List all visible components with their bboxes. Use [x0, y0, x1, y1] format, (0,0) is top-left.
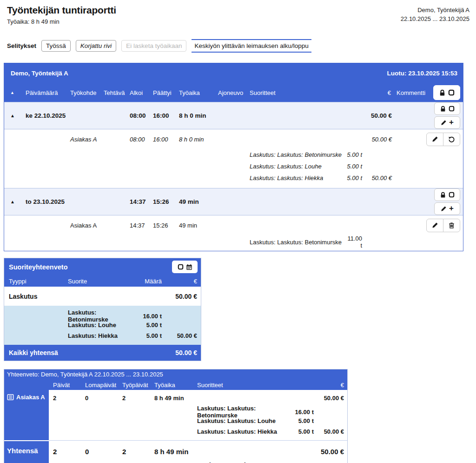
output-label: Laskutus: Laskutus: Betonimurske	[193, 461, 293, 463]
summary-section-total: Yhteensä 2 0 2 8 h 49 min 50.00 € Laskut…	[4, 440, 347, 463]
total-label: Kaikki yhteensä	[4, 349, 63, 356]
summary-euro: 50.00 €	[314, 448, 347, 456]
collapse-caret-icon[interactable]: ▲	[4, 199, 22, 204]
day-duration: 49 min	[175, 198, 214, 205]
lock-day-button[interactable]	[434, 188, 460, 201]
punch-site: Asiakas A	[66, 222, 100, 229]
output-label: Laskutus: Laskutus: Hiekka	[246, 174, 344, 181]
output-qty: 16.00 t	[126, 313, 165, 320]
punch-start: 08:00	[126, 136, 149, 143]
punch-row: Asiakas A 08:00 16:00 8 h 0 min 50.00 € …	[4, 129, 463, 188]
sort-caret-icon[interactable]: ▲	[4, 90, 22, 95]
summary-view-toggle-button[interactable]	[172, 261, 198, 273]
legend-corrected-row: Korjattu rivi	[76, 40, 117, 52]
summary-worktime: 8 h 49 min	[150, 448, 193, 456]
output-line: Laskutus: Laskutus: Louhe 5.00 t	[4, 161, 463, 172]
summary-section: Asiakas A 2 0 2 8 h 49 min 50.00 € Lasku…	[4, 390, 347, 440]
output-line: Laskutus: Laskutus: Betonimurske 16.00 t	[49, 405, 347, 416]
period-summary-table: Yhteenveto: Demo, Työntekijä A 22.10.202…	[4, 369, 348, 463]
output-summary-columns: Tyyppi Suorite Määrä €	[4, 275, 201, 287]
pencil-icon	[441, 206, 447, 212]
legend-at-work: Työssä	[41, 40, 71, 52]
day-start: 08:00	[126, 112, 149, 119]
output-type: Laskutus	[4, 293, 63, 300]
col-end: Päättyi	[149, 89, 175, 96]
summary-workdays: 2	[118, 448, 150, 456]
output-line: Laskutus: Betonimurske 16.00 t	[4, 309, 201, 320]
output-label: Laskutus: Laskutus: Hiekka	[193, 428, 293, 435]
col-outputs: Suoritteet	[246, 89, 344, 96]
legend-midnight-stamp: Keskiyön ylittävän leimauksen alku/loppu	[192, 39, 311, 53]
output-qty: 5.00 t	[126, 332, 165, 339]
output-euro: 50.00 €	[363, 174, 393, 181]
hour-report-table: Demo, Työntekijä A Luotu: 23.10.2025 15:…	[4, 63, 463, 251]
lock-columns-button[interactable]	[433, 85, 460, 100]
report-column-header: ▲ Päivämäärä Työkohde Tehtävä Alkoi Päät…	[4, 83, 463, 102]
summary-days: 2	[49, 448, 81, 456]
day-start: 14:37	[126, 198, 149, 205]
summary-total-label: Yhteensä	[4, 440, 49, 463]
summary-euro: 50.00 €	[314, 395, 347, 402]
col-comment: Kommentti	[393, 89, 426, 96]
plus-icon: +	[449, 204, 454, 212]
punch-euro: 50.00 €	[363, 136, 393, 143]
output-detail-block: Laskutus: Betonimurske 16.00 t Laskutus:…	[4, 306, 201, 345]
summary-section-label: Asiakas A	[4, 390, 49, 440]
col-workdays: Työpäivät	[118, 382, 150, 389]
output-type-row: Laskutus 50.00 €	[4, 287, 201, 306]
output-qty: 5.00 t	[126, 322, 165, 329]
day-date: to 23.10.2025	[22, 198, 66, 205]
col-euro: €	[165, 278, 201, 285]
output-line: Laskutus: Laskutus: Betonimurske 16.00 t	[49, 461, 347, 463]
report-date-range: 22.10.2025 ... 23.10.2025	[401, 14, 469, 23]
edit-add-row-button[interactable]: +	[434, 202, 460, 215]
lock-icon	[439, 89, 446, 96]
output-line: Laskutus: Laskutus: Betonimurske 11.00 t	[4, 235, 463, 247]
legend-label: Selitykset	[7, 42, 36, 49]
col-duration: Työaika	[175, 89, 214, 96]
output-line: Laskutus: Laskutus: Betonimurske 5.00 t	[4, 149, 463, 161]
col-days: Päivät	[49, 382, 81, 389]
output-line: Laskutus: Laskutus: Hiekka 5.00 t 50.00 …	[49, 426, 347, 437]
output-label: Laskutus: Laskutus: Betonimurske	[246, 239, 344, 246]
day-end: 15:26	[149, 198, 175, 205]
output-summary-title: Suoriteyhteenveto	[9, 263, 68, 271]
col-amount: Määrä	[126, 278, 165, 285]
output-qty: 16.00 t	[293, 461, 314, 463]
output-type-euro: 50.00 €	[165, 293, 201, 300]
report-band-title: Demo, Työntekijä A	[11, 70, 68, 77]
output-label: Laskutus: Louhe	[63, 322, 126, 329]
output-euro: 50.00 €	[314, 428, 347, 435]
col-vehicle: Ajoneuvo	[214, 89, 246, 96]
square-icon	[448, 89, 455, 96]
output-label: Laskutus: Laskutus: Louhe	[193, 417, 293, 424]
output-label: Laskutus: Laskutus: Betonimurske	[193, 405, 293, 419]
lock-day-button[interactable]	[434, 102, 460, 115]
col-holidays: Lomapäivät	[81, 382, 118, 389]
edit-add-row-button[interactable]: +	[434, 116, 460, 129]
output-qty: 5.00 t	[344, 174, 363, 181]
delete-punch-button[interactable]	[443, 219, 460, 232]
square-icon	[178, 264, 184, 270]
edit-punch-button[interactable]	[426, 133, 443, 146]
punch-duration: 8 h 0 min	[175, 136, 214, 143]
pencil-icon	[441, 120, 447, 126]
collapse-caret-icon[interactable]: ▲	[4, 113, 22, 118]
output-euro: 50.00 €	[165, 332, 201, 339]
period-summary-columns: Päivät Lomapäivät Työpäivät Työaika Suor…	[4, 380, 347, 390]
output-summary-table: Suoriteyhteenveto Tyyppi Suorite Määrä €…	[4, 258, 201, 361]
legend: Selitykset Työssä Korjattu rivi Ei laske…	[7, 39, 476, 53]
report-created-timestamp: Luotu: 23.10.2025 15:53	[387, 70, 457, 77]
list-icon	[7, 394, 14, 401]
undo-punch-button[interactable]	[443, 133, 460, 146]
square-icon	[449, 192, 455, 198]
output-label: Laskutus: Laskutus: Louhe	[246, 163, 344, 170]
col-euro: €	[314, 382, 347, 389]
output-qty: 5.00 t	[344, 151, 363, 158]
edit-punch-button[interactable]	[426, 219, 443, 232]
output-qty: 5.00 t	[293, 417, 314, 424]
output-label: Laskutus: Betonimurske	[63, 309, 126, 323]
employee-name: Demo, Työntekijä A	[401, 6, 469, 14]
output-summary-total-row: Kaikki yhteensä 50.00 €	[4, 345, 201, 361]
col-type: Tyyppi	[4, 278, 63, 285]
